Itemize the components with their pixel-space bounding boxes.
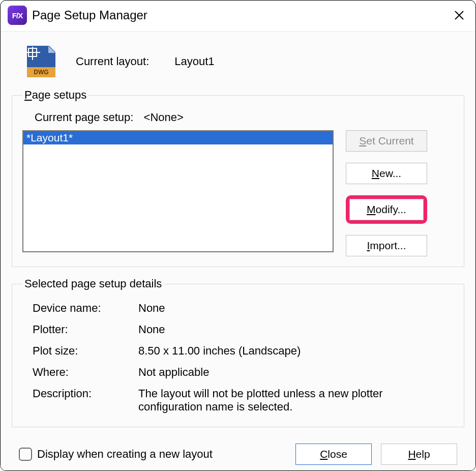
new-button[interactable]: New... (346, 163, 427, 184)
plot-size-value: 8.50 x 11.00 inches (Landscape) (138, 344, 450, 358)
set-current-button: Set Current (346, 130, 427, 152)
description-label: Description: (33, 387, 129, 414)
dwg-icon: DWG (27, 46, 55, 77)
titlebar: F/X Page Setup Manager (1, 1, 475, 31)
display-checkbox-label[interactable]: Display when creating a new layout (19, 448, 286, 461)
plotter-label: Plotter: (33, 323, 129, 336)
current-layout-row: DWG Current layout: Layout1 (12, 37, 464, 89)
dialog-content: DWG Current layout: Layout1 Page setups … (1, 31, 475, 470)
description-value: The layout will not be plotted unless a … (138, 387, 450, 414)
details-legend: Selected page setup details (22, 277, 164, 290)
page-setups-group: Page setups Current page setup: <None> *… (12, 89, 464, 267)
close-icon[interactable] (450, 6, 468, 24)
modify-button[interactable]: Modify... (349, 199, 424, 220)
current-page-setup-label: Current page setup: (35, 111, 133, 124)
current-page-setup-value: <None> (144, 111, 184, 124)
current-page-setup-row: Current page setup: <None> (22, 109, 454, 130)
modify-button-highlight: Modify... (346, 195, 427, 224)
plot-size-label: Plot size: (33, 344, 129, 358)
current-layout-value: Layout1 (174, 55, 214, 68)
app-icon: F/X (8, 6, 27, 25)
dwg-icon-label: DWG (27, 67, 55, 77)
page-setups-listbox[interactable]: *Layout1* (22, 130, 334, 252)
display-checkbox[interactable] (19, 448, 32, 461)
plotter-value: None (138, 323, 450, 336)
close-button[interactable]: Close (295, 444, 372, 465)
window-title: Page Setup Manager (32, 8, 450, 22)
device-name-label: Device name: (33, 302, 129, 315)
import-button[interactable]: Import... (346, 235, 427, 256)
current-layout-label: Current layout: (76, 55, 149, 68)
page-setups-legend: Page setups (22, 89, 88, 102)
page-setups-side-buttons: Set Current New... Modify... Import... (346, 130, 427, 256)
help-button[interactable]: Help (381, 444, 457, 465)
where-value: Not applicable (138, 366, 450, 379)
list-item[interactable]: *Layout1* (23, 131, 333, 144)
footer-row: Display when creating a new layout Close… (12, 437, 464, 465)
device-name-value: None (138, 302, 450, 315)
where-label: Where: (33, 366, 129, 379)
details-group: Selected page setup details Device name:… (12, 277, 464, 427)
